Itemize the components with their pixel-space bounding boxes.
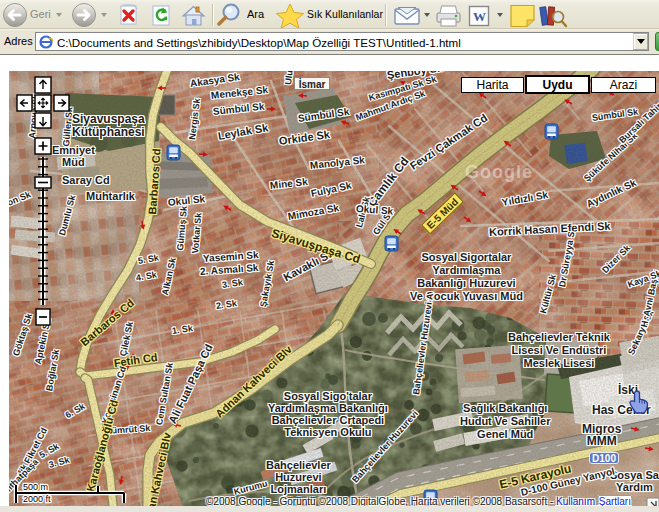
svg-text:2000 ft: 2000 ft — [23, 494, 51, 504]
svg-text:500 m: 500 m — [23, 482, 48, 492]
svg-text:Sık Kullanılanlar: Sık Kullanılanlar — [307, 8, 383, 20]
svg-text:W: W — [473, 9, 486, 24]
svg-text:Geri: Geri — [30, 8, 51, 20]
svg-text:Ara: Ara — [247, 8, 265, 20]
